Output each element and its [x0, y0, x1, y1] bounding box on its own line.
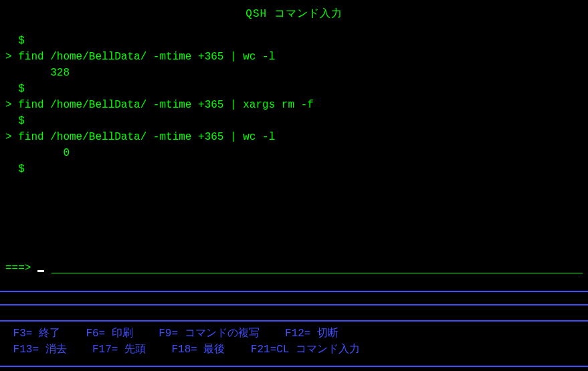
command-input[interactable]: [37, 262, 44, 274]
cursor-icon: [37, 270, 44, 272]
separator-row: [0, 307, 588, 322]
command-input-row: ===>: [5, 262, 44, 274]
output-line: 328: [5, 65, 583, 81]
page-title: QSH コマンド入力: [0, 0, 588, 21]
output-line: 0: [5, 145, 583, 161]
output-line: > find /home/BellData/ -mtime +365 | wc …: [5, 129, 583, 145]
bottom-separator: [0, 366, 588, 367]
output-line: $: [5, 161, 583, 177]
input-prompt: ===>: [5, 262, 37, 274]
fkey-row-2: F13= 消去 F17= 先頭 F18= 最後 F21=CL コマンド入力: [7, 342, 360, 358]
output-line: > find /home/BellData/ -mtime +365 | wc …: [5, 49, 583, 65]
output-line: $: [5, 81, 583, 97]
fkey-row-1: F3= 終了 F6= 印刷 F9= コマンドの複写 F12= 切断: [7, 326, 360, 342]
terminal-screen: QSH コマンド入力 $ > find /home/BellData/ -mti…: [0, 0, 588, 371]
input-underline: [52, 273, 583, 273]
output-line: $: [5, 113, 583, 129]
output-area: $ > find /home/BellData/ -mtime +365 | w…: [0, 21, 588, 177]
output-line: > find /home/BellData/ -mtime +365 | xar…: [5, 97, 583, 113]
separator-row: [0, 291, 588, 305]
output-line: $: [5, 33, 583, 49]
function-key-area: F3= 終了 F6= 印刷 F9= コマンドの複写 F12= 切断 F13= 消…: [7, 326, 360, 358]
